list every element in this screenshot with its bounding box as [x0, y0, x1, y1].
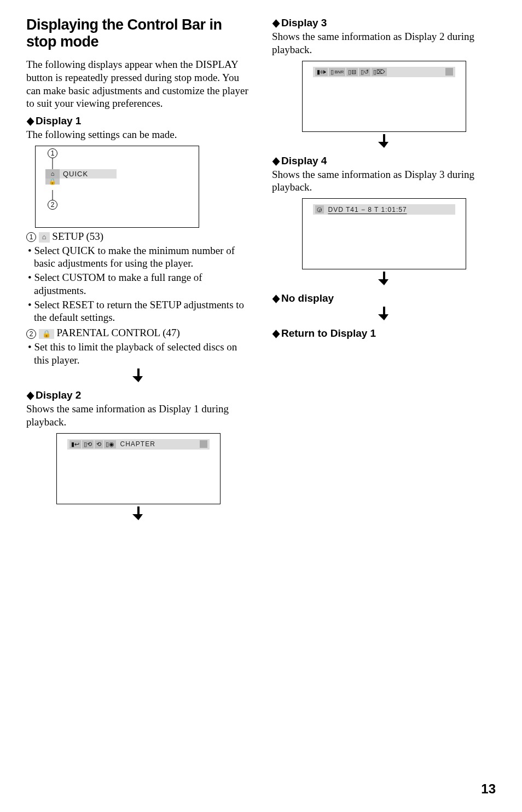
callout-2-num-icon: 2 — [26, 329, 36, 339]
callout-line-icon — [52, 190, 53, 200]
bnr-icon: ▯BNR — [329, 68, 346, 76]
screen1-row-setup: ⌂ QUICK — [45, 169, 117, 178]
display3-heading: ◆Display 3 — [272, 16, 496, 29]
display2-bar: ▮↩ ▯⟲ ⟲ ▯◉ CHAPTER — [67, 439, 210, 450]
bullet-parental: • Set this to limit the playback of sele… — [26, 341, 250, 367]
arrow-down-icon — [26, 506, 250, 523]
picture-mode-icon: ▯⊟ — [346, 68, 358, 76]
display2-title: Display 2 — [36, 389, 81, 401]
diamond-icon: ◆ — [27, 114, 34, 127]
display1-heading: ◆Display 1 — [26, 114, 250, 127]
parental-label: PARENTAL CONTROL (47) — [57, 327, 180, 338]
display4-screen: ◶ DVD T41 − 8 T 1:01:57 — [302, 198, 466, 269]
diamond-icon: ◆ — [27, 389, 34, 401]
bullet-quick: • Select QUICK to make the minimum numbe… — [26, 244, 250, 270]
arrow-down-icon — [272, 307, 496, 324]
setup-label: SETUP (53) — [52, 231, 103, 242]
arrow-down-icon — [272, 134, 496, 151]
page-number: 13 — [481, 781, 496, 797]
audio-icon: ▮🕪 — [315, 68, 328, 76]
intro-paragraph: The following displays appear when the D… — [26, 58, 250, 110]
display3-bar: ▮🕪 ▯BNR ▯⊟ ▯↺ ▯⌦ — [313, 67, 455, 77]
display4-heading: ◆Display 4 — [272, 154, 496, 167]
lock-icon: 🔒 — [45, 178, 60, 185]
bullet-reset: • Select RESET to return the SETUP adjus… — [26, 298, 250, 325]
callout-1-icon: 1 — [48, 148, 57, 158]
toolbox-icon: ⌂ — [39, 232, 50, 242]
shuffle-icon: ⟲ — [95, 440, 103, 448]
display2-chapter-label: CHAPTER — [117, 440, 199, 448]
callout-1-num-icon: 1 — [26, 232, 36, 242]
display1-screen: 1 ⌂ QUICK 🔒 2 — [35, 146, 199, 228]
display4-bar: ◶ DVD T41 − 8 T 1:01:57 — [313, 204, 455, 215]
display1-title: Display 1 — [36, 115, 81, 126]
display3-title: Display 3 — [281, 17, 327, 28]
angle-icon: ▯⌦ — [372, 68, 387, 76]
return-title: Return to Display 1 — [281, 327, 376, 339]
toolbox-icon: ⌂ — [45, 169, 60, 178]
arrow-down-icon — [272, 272, 496, 289]
diamond-icon: ◆ — [272, 154, 280, 167]
ab-repeat-icon: ▯⟲ — [82, 440, 94, 448]
nodisplay-heading: ◆No display — [272, 292, 496, 304]
bullet-custom: • Select CUSTOM to make a full range of … — [26, 271, 250, 297]
return-heading: ◆Return to Display 1 — [272, 327, 496, 339]
screen1-quick-label: QUICK — [60, 169, 117, 178]
arrow-down-icon — [26, 368, 250, 385]
display3-body: Shows the same information as Display 2 … — [272, 30, 496, 56]
display3-screen: ▮🕪 ▯BNR ▯⊟ ▯↺ ▯⌦ — [302, 61, 466, 132]
bar-end-icon — [200, 440, 207, 448]
display2-screen: ▮↩ ▯⟲ ⟲ ▯◉ CHAPTER — [56, 433, 221, 504]
callout-2-line: 2 🔒 PARENTAL CONTROL (47) — [26, 326, 250, 339]
screen1-row-parental: 🔒 — [45, 178, 60, 185]
bar-end-icon — [445, 68, 453, 76]
time-search-icon: ▯◉ — [104, 440, 116, 448]
disc-icon: ◶ — [315, 205, 324, 214]
nodisplay-title: No display — [281, 292, 334, 304]
display1-body: The following settings can be made. — [26, 128, 250, 141]
lock-icon: 🔒 — [39, 329, 54, 339]
callout-2-icon: 2 — [48, 200, 57, 210]
repeat-icon: ▮↩ — [69, 440, 81, 448]
display4-title: Display 4 — [281, 155, 327, 166]
display4-time-label: DVD T41 − 8 T 1:01:57 — [325, 206, 453, 214]
diamond-icon: ◆ — [272, 16, 280, 29]
section-heading: Displaying the Control Bar in stop mode — [26, 16, 250, 50]
diamond-icon: ◆ — [272, 292, 280, 304]
display2-body: Shows the same information as Display 1 … — [26, 402, 250, 429]
zoom-icon: ▯↺ — [359, 68, 370, 76]
display2-heading: ◆Display 2 — [26, 389, 250, 401]
display4-body: Shows the same information as Display 3 … — [272, 168, 496, 194]
diamond-icon: ◆ — [272, 327, 280, 339]
callout-line-icon — [52, 158, 53, 169]
callout-1-line: 1 ⌂ SETUP (53) — [26, 230, 250, 243]
